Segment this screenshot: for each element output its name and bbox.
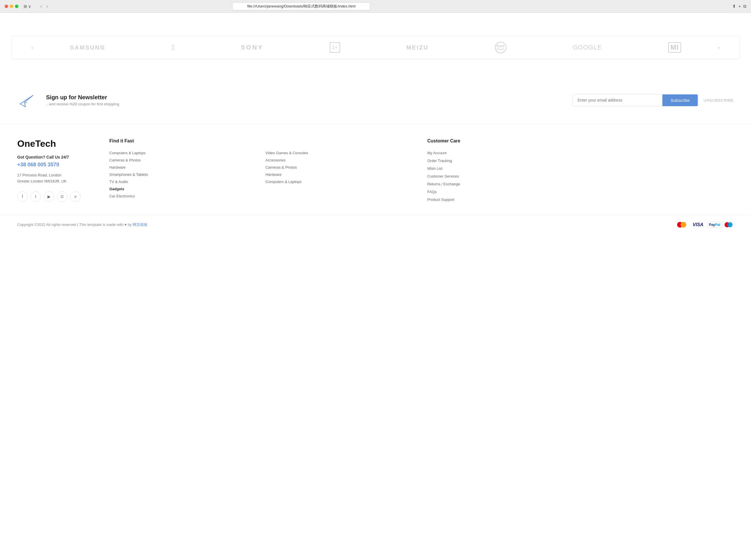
footer: OneTech Got Question? Call Us 24/7 +38 0… xyxy=(0,124,751,215)
forward-button[interactable]: › xyxy=(45,3,49,9)
paypal-icon: PayPal xyxy=(707,222,722,228)
link-computers-laptops-1[interactable]: Computers & Laptops xyxy=(109,149,260,157)
link-cameras-photos-1[interactable]: Cameras & Photos xyxy=(109,157,260,164)
facebook-icon[interactable]: f xyxy=(17,192,28,202)
link-customer-services[interactable]: Customer Services xyxy=(427,173,734,180)
mastercard-icon xyxy=(677,221,689,229)
link-gadgets[interactable]: Gadgets xyxy=(109,185,260,193)
brand-samsung[interactable]: SAMSUNG xyxy=(70,44,105,51)
newsletter-section: Sign up for Newsletter ...and receive %2… xyxy=(0,77,751,124)
link-smartphones-tablets[interactable]: Smartphones & Tablets xyxy=(109,171,260,178)
link-product-support[interactable]: Product Support xyxy=(427,196,734,203)
fullscreen-dot[interactable] xyxy=(15,5,18,8)
vimeo-icon[interactable]: v xyxy=(70,192,81,202)
newsletter-title: Sign up for Newsletter xyxy=(46,94,120,101)
browser-chrome: ⊞ ∨ ‹ › file:///Users/janewang/Downloads… xyxy=(0,0,751,13)
visa-icon: VISA xyxy=(691,222,704,227)
brand-beplay[interactable]: B&O PLAY xyxy=(495,42,506,53)
top-spacer xyxy=(0,13,751,36)
newsletter-subtitle: ...and receive %20 coupon for first shop… xyxy=(46,102,120,106)
footer-care-column: Customer Care My Account Order Tracking … xyxy=(427,138,734,203)
brand-carousel: ‹ SAMSUNG  SONY 1+ MEIZU B&O PLAY Googl… xyxy=(29,42,722,53)
link-accessories[interactable]: Accessories xyxy=(266,157,416,164)
brand-carousel-section: ‹ SAMSUNG  SONY 1+ MEIZU B&O PLAY Googl… xyxy=(12,36,739,59)
subscribe-button[interactable]: Subscribe xyxy=(662,94,698,106)
mid-spacer xyxy=(0,59,751,77)
carousel-prev-button[interactable]: ‹ xyxy=(29,42,35,53)
link-hardware-1[interactable]: Hardware xyxy=(109,164,260,171)
find-fast-links: Computers & Laptops Cameras & Photos Har… xyxy=(109,149,416,200)
newsletter-text: Sign up for Newsletter ...and receive %2… xyxy=(46,94,120,106)
back-button[interactable]: ‹ xyxy=(39,3,43,9)
share-icon[interactable]: ⬆ xyxy=(732,4,736,9)
copyright-link[interactable]: 网页模板 xyxy=(133,222,148,227)
new-tab-icon[interactable]: + xyxy=(738,4,741,8)
link-video-games[interactable]: Video Games & Consoles xyxy=(266,149,416,157)
page-content: ‹ SAMSUNG  SONY 1+ MEIZU B&O PLAY Googl… xyxy=(0,13,751,560)
newsletter-icon xyxy=(17,91,35,109)
footer-find-column: Find it Fast Computers & Laptops Cameras… xyxy=(109,138,416,203)
browser-actions: ⬆ + ⧉ xyxy=(732,4,746,9)
youtube-icon[interactable]: ▶ xyxy=(44,192,54,202)
footer-brand-name: OneTech xyxy=(17,138,98,149)
twitter-icon[interactable]: t xyxy=(31,192,41,202)
brand-meizu[interactable]: MEIZU xyxy=(406,44,428,51)
brand-sony[interactable]: SONY xyxy=(241,44,263,51)
google-plus-icon[interactable]: G xyxy=(57,192,67,202)
link-computers-laptops-2[interactable]: Computers & Laptops xyxy=(266,178,416,185)
footer-grid: OneTech Got Question? Call Us 24/7 +38 0… xyxy=(17,138,734,203)
link-wish-list[interactable]: Wish List xyxy=(427,165,734,172)
got-question-text: Got Question? Call Us 24/7 xyxy=(17,155,98,159)
link-hardware-2[interactable]: Hardware xyxy=(266,171,416,178)
brand-logos: SAMSUNG  SONY 1+ MEIZU B&O PLAY Google … xyxy=(41,42,710,53)
browser-dots xyxy=(5,5,18,8)
customer-care-title: Customer Care xyxy=(427,138,734,144)
payment-icons: VISA PayPal xyxy=(677,221,734,229)
brand-oneplus[interactable]: 1+ xyxy=(330,42,340,53)
find-fast-title: Find it Fast xyxy=(109,138,416,144)
link-tv-audio[interactable]: TV & Audio xyxy=(109,178,260,185)
brand-apple[interactable]:  xyxy=(172,43,175,52)
address-bar[interactable]: file:///Users/janewang/Downloads/响应式数码商城… xyxy=(232,2,370,11)
link-faqs[interactable]: FAQs xyxy=(427,188,734,195)
brand-google[interactable]: Google xyxy=(573,44,602,51)
care-links: My Account Order Tracking Wish List Cust… xyxy=(427,149,734,203)
email-input[interactable] xyxy=(573,94,662,106)
link-returns-exchange[interactable]: Returns / Exchange xyxy=(427,180,734,187)
minimize-dot[interactable] xyxy=(10,5,13,8)
unsubscribe-link[interactable]: UNSUBSCRIBE xyxy=(704,98,734,102)
tabs-icon[interactable]: ⧉ xyxy=(743,4,746,9)
social-icons: f t ▶ G v xyxy=(17,192,98,202)
close-dot[interactable] xyxy=(5,5,8,8)
find-col2: Video Games & Consoles Accessories Camer… xyxy=(266,149,416,200)
copyright-text: Copyright ©2022 All rights reserved | Th… xyxy=(17,222,148,227)
phone-number[interactable]: +38 068 005 3570 xyxy=(17,162,98,168)
link-order-tracking[interactable]: Order Tracking xyxy=(427,157,734,164)
address-text: 17 Princess Road, London Grester London … xyxy=(17,173,98,184)
paper-plane-icon xyxy=(17,91,35,108)
carousel-next-button[interactable]: › xyxy=(716,42,722,53)
find-col1: Computers & Laptops Cameras & Photos Har… xyxy=(109,149,260,200)
sidebar-toggle-button[interactable]: ⊞ ∨ xyxy=(22,3,33,9)
link-car-electronics[interactable]: Car Electronics xyxy=(109,193,260,200)
copyright-bar: Copyright ©2022 All rights reserved | Th… xyxy=(0,215,751,235)
link-my-account[interactable]: My Account xyxy=(427,149,734,157)
footer-brand-column: OneTech Got Question? Call Us 24/7 +38 0… xyxy=(17,138,98,203)
browser-nav: ‹ › xyxy=(39,3,50,9)
link-cameras-photos-2[interactable]: Cameras & Photos xyxy=(266,164,416,171)
newsletter-form: Subscribe UNSUBSCRIBE xyxy=(573,94,734,106)
brand-mi[interactable]: mi xyxy=(668,42,681,53)
maestro-icon xyxy=(725,221,734,229)
